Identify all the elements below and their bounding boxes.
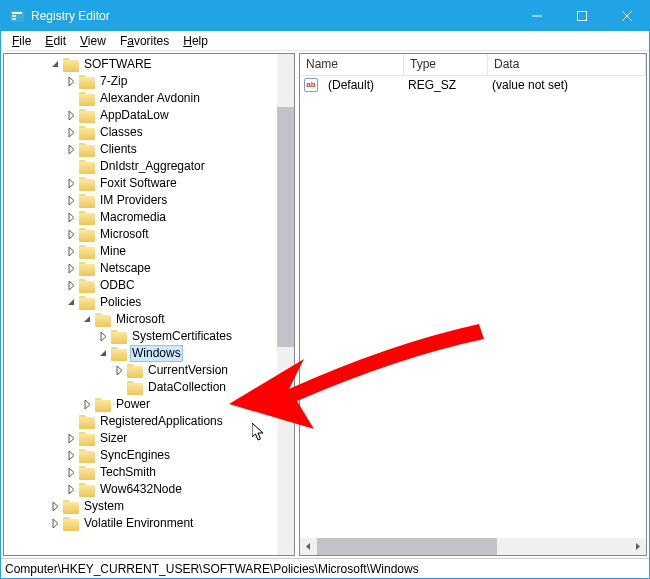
tree-node[interactable]: Microsoft — [8, 226, 294, 243]
column-type[interactable]: Type — [404, 54, 488, 75]
expander-closed-icon[interactable] — [80, 398, 94, 412]
menu-edit[interactable]: Edit — [38, 33, 73, 49]
scrollbar-thumb[interactable] — [317, 538, 497, 555]
list-body[interactable]: ab (Default) REG_SZ (value not set) — [300, 76, 646, 538]
list-hscrollbar[interactable] — [300, 538, 646, 555]
expander-closed-icon[interactable] — [64, 279, 78, 293]
tree-label[interactable]: AppDataLow — [98, 107, 171, 124]
tree-label[interactable]: Volatile Environment — [82, 515, 195, 532]
expander-closed-icon[interactable] — [48, 500, 62, 514]
tree-node[interactable]: Wow6432Node — [8, 481, 294, 498]
menu-view[interactable]: View — [73, 33, 113, 49]
expander-closed-icon[interactable] — [64, 126, 78, 140]
expander-closed-icon[interactable] — [64, 432, 78, 446]
tree-node[interactable]: Netscape — [8, 260, 294, 277]
value-row[interactable]: ab (Default) REG_SZ (value not set) — [300, 76, 646, 93]
tree-node[interactable]: IM Providers — [8, 192, 294, 209]
tree-node-policies[interactable]: Policies — [8, 294, 294, 311]
tree-node-power[interactable]: Power — [8, 396, 294, 413]
tree-node[interactable]: Clients — [8, 141, 294, 158]
scrollbar-thumb[interactable] — [277, 107, 294, 347]
tree-label[interactable]: Sizer — [98, 430, 129, 447]
tree-label[interactable]: SOFTWARE — [82, 56, 154, 73]
tree-node[interactable]: DnIdstr_Aggregator — [8, 158, 294, 175]
expander-open-icon[interactable] — [48, 58, 62, 72]
tree-node[interactable]: AppDataLow — [8, 107, 294, 124]
expander-open-icon[interactable] — [96, 347, 110, 361]
expander-closed-icon[interactable] — [48, 517, 62, 531]
scroll-right-icon[interactable] — [629, 538, 646, 555]
tree-node[interactable]: Macromedia — [8, 209, 294, 226]
tree-label[interactable]: IM Providers — [98, 192, 169, 209]
expander-closed-icon[interactable] — [64, 245, 78, 259]
menu-file[interactable]: File — [5, 33, 38, 49]
tree-label[interactable]: 7-Zip — [98, 73, 129, 90]
tree-label[interactable]: Power — [114, 396, 152, 413]
tree-node-microsoft[interactable]: Microsoft — [8, 311, 294, 328]
tree-label[interactable]: DnIdstr_Aggregator — [98, 158, 207, 175]
close-button[interactable] — [604, 1, 649, 31]
maximize-button[interactable] — [559, 1, 604, 31]
expander-closed-icon[interactable] — [64, 211, 78, 225]
tree-node-software[interactable]: SOFTWARE — [8, 56, 294, 73]
tree-label[interactable]: System — [82, 498, 126, 515]
minimize-button[interactable] — [514, 1, 559, 31]
tree-node-system[interactable]: System — [8, 498, 294, 515]
tree-label[interactable]: Microsoft — [98, 226, 151, 243]
tree-node-volatile-environment[interactable]: Volatile Environment — [8, 515, 294, 532]
tree-label[interactable]: Macromedia — [98, 209, 168, 226]
expander-closed-icon[interactable] — [64, 449, 78, 463]
tree-node[interactable]: Sizer — [8, 430, 294, 447]
tree-pane[interactable]: SOFTWARE 7-ZipAlexander AvdoninAppDataLo… — [3, 53, 295, 556]
column-data[interactable]: Data — [488, 54, 646, 75]
scroll-left-icon[interactable] — [300, 538, 317, 555]
expander-closed-icon[interactable] — [64, 177, 78, 191]
tree-node[interactable]: Mine — [8, 243, 294, 260]
tree-label[interactable]: Wow6432Node — [98, 481, 184, 498]
tree-node[interactable]: Alexander Avdonin — [8, 90, 294, 107]
tree-node[interactable]: 7-Zip — [8, 73, 294, 90]
expander-closed-icon[interactable] — [64, 109, 78, 123]
tree-label[interactable]: ODBC — [98, 277, 137, 294]
tree-node-windows[interactable]: Windows — [8, 345, 294, 362]
tree-node-currentversion[interactable]: CurrentVersion — [8, 362, 294, 379]
expander-closed-icon[interactable] — [96, 330, 110, 344]
expander-closed-icon[interactable] — [112, 364, 126, 378]
tree-label[interactable]: Foxit Software — [98, 175, 179, 192]
scroll-track[interactable] — [317, 538, 629, 555]
tree-label[interactable]: CurrentVersion — [146, 362, 230, 379]
tree-node[interactable]: SyncEngines — [8, 447, 294, 464]
tree-node[interactable]: RegisteredApplications — [8, 413, 294, 430]
tree-scrollbar[interactable] — [277, 54, 294, 555]
expander-closed-icon[interactable] — [64, 262, 78, 276]
menu-favorites[interactable]: Favorites — [113, 33, 176, 49]
expander-open-icon[interactable] — [80, 313, 94, 327]
tree-label[interactable]: RegisteredApplications — [98, 413, 225, 430]
tree-node-systemcertificates[interactable]: SystemCertificates — [8, 328, 294, 345]
expander-closed-icon[interactable] — [64, 194, 78, 208]
expander-closed-icon[interactable] — [64, 75, 78, 89]
tree-label[interactable]: DataCollection — [146, 379, 228, 396]
tree-node-datacollection[interactable]: DataCollection — [8, 379, 294, 396]
tree-label[interactable]: Mine — [98, 243, 128, 260]
tree-label[interactable]: Microsoft — [114, 311, 167, 328]
tree-label[interactable]: Policies — [98, 294, 143, 311]
values-pane[interactable]: Name Type Data ab (Default) REG_SZ (valu… — [299, 53, 647, 556]
tree-node[interactable]: Classes — [8, 124, 294, 141]
expander-open-icon[interactable] — [64, 296, 78, 310]
tree-label[interactable]: TechSmith — [98, 464, 158, 481]
titlebar[interactable]: Registry Editor — [1, 1, 649, 31]
expander-closed-icon[interactable] — [64, 466, 78, 480]
tree-node[interactable]: TechSmith — [8, 464, 294, 481]
expander-closed-icon[interactable] — [64, 228, 78, 242]
column-name[interactable]: Name — [300, 54, 404, 75]
registry-tree[interactable]: SOFTWARE 7-ZipAlexander AvdoninAppDataLo… — [4, 54, 294, 534]
expander-closed-icon[interactable] — [64, 483, 78, 497]
tree-label[interactable]: Classes — [98, 124, 145, 141]
tree-label[interactable]: SyncEngines — [98, 447, 172, 464]
expander-closed-icon[interactable] — [64, 143, 78, 157]
tree-label[interactable]: SystemCertificates — [130, 328, 234, 345]
tree-label[interactable]: Clients — [98, 141, 139, 158]
tree-node[interactable]: Foxit Software — [8, 175, 294, 192]
tree-label[interactable]: Netscape — [98, 260, 153, 277]
